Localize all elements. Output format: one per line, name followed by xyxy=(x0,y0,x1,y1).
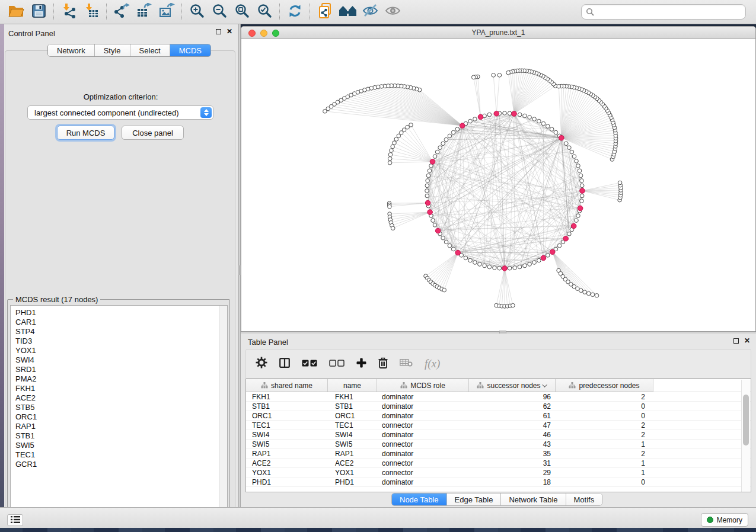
graph-node[interactable] xyxy=(497,266,502,270)
graph-node[interactable] xyxy=(451,247,455,251)
mcds-result-item[interactable]: ORC1 xyxy=(11,412,227,422)
graph-node[interactable] xyxy=(493,266,497,270)
graph-mcds-node[interactable] xyxy=(494,111,499,116)
graph-node[interactable] xyxy=(579,174,583,178)
graph-node[interactable] xyxy=(394,137,398,142)
graph-mcds-node[interactable] xyxy=(550,249,555,255)
table-scrollbar-thumb[interactable] xyxy=(743,395,749,446)
delete-column-button[interactable] xyxy=(378,357,388,371)
function-builder-button[interactable]: f(x) xyxy=(425,357,440,370)
new-network-from-selection-button[interactable] xyxy=(315,2,335,21)
mcds-result-item[interactable]: YOX1 xyxy=(11,346,227,355)
export-image-button[interactable] xyxy=(157,2,177,21)
table-row[interactable]: TEC1TEC1connector472 xyxy=(246,421,751,430)
graph-node[interactable] xyxy=(497,73,502,78)
graph-node[interactable] xyxy=(508,111,512,116)
graph-node[interactable] xyxy=(426,179,430,183)
graph-node[interactable] xyxy=(557,85,561,89)
column-header-MCDS-role[interactable]: MCDS role xyxy=(377,379,469,392)
mcds-result-item[interactable]: SWI5 xyxy=(11,441,227,450)
graph-node[interactable] xyxy=(448,134,452,138)
column-header-predecessor-nodes[interactable]: predecessor nodes xyxy=(556,379,653,392)
graph-node[interactable] xyxy=(508,266,512,270)
graph-node[interactable] xyxy=(444,240,448,244)
graph-node[interactable] xyxy=(388,161,392,165)
zoom-fit-button[interactable] xyxy=(232,2,252,21)
graph-node[interactable] xyxy=(567,232,572,236)
close-panel-icon[interactable]: ✕ xyxy=(744,338,750,344)
mcds-result-item[interactable]: SWI4 xyxy=(11,355,227,365)
graph-node[interactable] xyxy=(393,141,397,145)
delete-table-button[interactable] xyxy=(400,358,413,369)
graph-node[interactable] xyxy=(391,145,395,149)
mcds-result-item[interactable]: ACE2 xyxy=(11,393,227,403)
graph-mcds-node[interactable] xyxy=(580,188,585,194)
graph-mcds-node[interactable] xyxy=(559,135,564,140)
zoom-selected-button[interactable] xyxy=(254,2,275,21)
graph-node[interactable] xyxy=(586,291,591,296)
graph-node[interactable] xyxy=(388,204,392,209)
mcds-result-item[interactable]: SRD1 xyxy=(11,365,227,374)
graph-node[interactable] xyxy=(425,189,429,193)
graph-node[interactable] xyxy=(575,159,579,164)
mcds-result-item[interactable]: CAR1 xyxy=(11,318,227,327)
graph-node[interactable] xyxy=(468,119,473,123)
select-all-columns-button[interactable] xyxy=(302,358,317,369)
column-header-shared-name[interactable]: shared name xyxy=(246,379,328,392)
tab-select[interactable]: Select xyxy=(130,44,170,56)
table-settings-button[interactable] xyxy=(256,357,267,371)
mcds-list-scrollbar[interactable] xyxy=(219,306,227,520)
graph-mcds-node[interactable] xyxy=(512,111,517,117)
graph-node[interactable] xyxy=(428,169,432,173)
tab-network[interactable]: Network xyxy=(48,44,95,56)
tab-mcds[interactable]: MCDS xyxy=(170,44,210,56)
graph-node[interactable] xyxy=(506,70,511,75)
mcds-result-item[interactable]: PHD1 xyxy=(11,308,227,318)
table-scrollbar[interactable] xyxy=(741,380,750,492)
graph-node[interactable] xyxy=(455,127,460,132)
panel-menu-button[interactable] xyxy=(7,514,23,526)
graph-node[interactable] xyxy=(537,119,541,123)
mcds-result-item[interactable]: GCR1 xyxy=(11,460,227,469)
graph-node[interactable] xyxy=(503,111,507,116)
graph-node[interactable] xyxy=(575,219,579,223)
graph-node[interactable] xyxy=(441,236,445,240)
graph-mcds-node[interactable] xyxy=(541,255,546,261)
graph-node[interactable] xyxy=(567,146,572,150)
graph-node[interactable] xyxy=(523,264,527,268)
graph-node[interactable] xyxy=(441,142,445,146)
graph-node[interactable] xyxy=(618,181,622,185)
tab-motifs[interactable]: Motifs xyxy=(566,493,602,505)
graph-node[interactable] xyxy=(471,75,476,79)
table-row[interactable]: ACE2ACE2connector311 xyxy=(246,459,751,468)
network-canvas[interactable] xyxy=(241,39,755,332)
mcds-result-item[interactable]: TID3 xyxy=(11,336,227,346)
close-panel-button[interactable]: Close panel xyxy=(122,126,184,140)
graph-mcds-node[interactable] xyxy=(428,210,433,215)
graph-node[interactable] xyxy=(541,121,546,126)
graph-node[interactable] xyxy=(580,194,584,198)
export-network-button[interactable] xyxy=(111,2,132,21)
graph-node[interactable] xyxy=(473,117,477,121)
tab-style[interactable]: Style xyxy=(95,44,130,56)
graph-node[interactable] xyxy=(444,137,448,142)
graph-node[interactable] xyxy=(438,146,442,150)
graph-node[interactable] xyxy=(442,288,446,292)
graph-node[interactable] xyxy=(564,142,569,146)
graph-node[interactable] xyxy=(583,290,587,294)
graph-node[interactable] xyxy=(390,149,394,153)
graph-node[interactable] xyxy=(570,150,574,154)
graph-node[interactable] xyxy=(388,153,393,157)
hide-selected-button[interactable] xyxy=(360,2,380,21)
search-input[interactable] xyxy=(597,8,745,17)
graph-node[interactable] xyxy=(518,113,522,117)
graph-node[interactable] xyxy=(572,155,576,159)
graph-node[interactable] xyxy=(576,164,580,168)
close-panel-icon[interactable]: ✕ xyxy=(227,28,232,34)
graph-node[interactable] xyxy=(557,243,562,248)
graph-node[interactable] xyxy=(550,127,554,132)
search-field[interactable] xyxy=(581,4,746,20)
node-table[interactable]: shared namenameMCDS rolesuccessor nodesp… xyxy=(245,379,751,492)
graph-node[interactable] xyxy=(518,265,522,269)
graph-node[interactable] xyxy=(591,293,595,297)
